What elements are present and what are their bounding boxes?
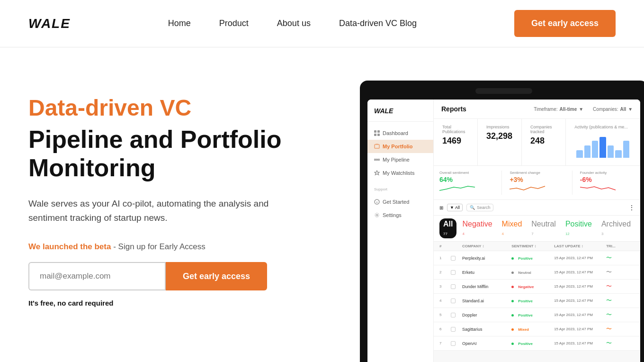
col-num: # [439,244,451,248]
table-row[interactable]: 5 Doppler Positive 15 Apr 2023, 12:47 PM… [434,308,640,322]
email-input[interactable] [28,262,166,290]
trend: 〜 [606,254,635,262]
trend: 〜 [606,282,635,290]
sentiment-overall: Overall sentiment 64% [439,171,502,195]
search-icon: 🔍 [470,205,475,210]
table-row[interactable]: 6 Sagittarius Mixed 15 Apr 2023, 12:47 P… [434,322,640,336]
table-column-headers: # COMPANY ↕ SENTIMENT ↕ LAST UPDATE ↕ TR… [434,242,640,251]
nav-home[interactable]: Home [168,18,191,28]
table-row[interactable]: 1 Perplexity.ai Positive 15 Apr 2023, 12… [434,251,640,265]
filter-companies[interactable]: Companies: All ▼ [593,107,633,112]
sidebar-label-dashboard: Dashboard [383,130,408,136]
search-box[interactable]: 🔍 Search [466,204,494,211]
tab-archived[interactable]: Archived 3 [598,218,635,238]
nav-blog[interactable]: Data-driven VC Blog [339,18,417,28]
mockup-stats: Total Publications 1469 Impressions 32,2… [434,119,640,166]
stat-value-companies: 248 [530,136,557,146]
row-check[interactable] [451,284,456,289]
row-check[interactable] [451,256,456,261]
last-update: 15 Apr 2023, 12:47 PM [554,327,606,331]
sentiment-founder: Founder activity -6% [580,171,635,195]
sentiment-change-label: Sentiment change [510,171,564,175]
sidebar-item-pipeline[interactable]: My Pipeline [367,153,433,166]
stat-total-publications: Total Publications 1469 [434,119,478,165]
company-name: Erketu [462,270,511,275]
tab-negative[interactable]: Negative 4 [458,218,496,238]
sidebar-item-get-started[interactable]: Get Started [367,195,433,208]
navbar: WALE Home Product About us Data-driven V… [0,0,644,47]
sentiment-row: Overall sentiment 64% Sentiment change +… [434,166,640,200]
companies-chevron-icon: ▼ [628,107,633,112]
sentiment-badge: Positive [511,341,554,346]
sentiment-badge: Mixed [511,327,554,332]
company-name: Perplexity.ai [462,256,511,261]
col-trend: TRI... [606,244,635,248]
svg-point-5 [375,159,376,161]
mockup-sidebar: WALE Dashboard My Portfolio My Pipeline [367,100,434,362]
email-form: Get early access [28,262,341,290]
tab-all[interactable]: All 77 [439,218,456,238]
sidebar-label-get-started: Get Started [383,199,409,205]
search-placeholder: Search [477,205,491,210]
bar-7 [623,141,629,158]
col-check [451,244,462,248]
row-check[interactable] [451,327,456,332]
hero-title: Pipeline and PortfolioMonitoring [28,126,341,182]
table-row[interactable]: 3 Dunder Mifflin Negative 15 Apr 2023, 1… [434,280,640,294]
navbar-cta-button[interactable]: Get early access [514,10,616,37]
tab-neutral[interactable]: Neutral 7 [528,218,560,238]
beta-rest-text: - Sign up for Early Access [111,242,205,251]
company-name: OpenAI [462,341,511,346]
tab-positive[interactable]: Positive 12 [562,218,596,238]
sentiment-sparkline-founder [580,183,618,193]
stat-value-impressions: 32,298 [486,131,513,141]
table-row[interactable]: 4 Standard.ai Positive 15 Apr 2023, 12:4… [434,294,640,308]
stat-value-publications: 1469 [442,136,469,146]
table-row[interactable]: 7 OpenAI Positive 15 Apr 2023, 12:47 PM … [434,336,640,351]
early-access-button[interactable]: Get early access [166,262,267,290]
hero-section: Data-driven VC Pipeline and PortfolioMon… [0,47,644,362]
nav-product[interactable]: Product [219,18,249,28]
sidebar-item-watchlists[interactable]: My Watchlists [367,166,433,180]
filter-timeframe[interactable]: Timeframe: All-time ▼ [534,107,583,112]
sentiment-sparkline-change [510,183,547,193]
svg-rect-3 [377,134,380,136]
row-check[interactable] [451,341,456,346]
sidebar-item-dashboard[interactable]: Dashboard [367,127,433,140]
sentiment-badge: Positive [511,299,554,303]
row-check[interactable] [451,270,456,275]
svg-rect-1 [377,130,380,133]
sentiment-sparkline-overall [439,183,477,193]
sentiment-change-value: +3% [510,176,564,183]
sentiment-badge: Positive [511,313,554,317]
filter-options-icon: ⋮ [629,204,635,211]
stat-label-companies: Companies tracked [530,125,557,134]
row-check[interactable] [451,299,456,303]
sidebar-item-settings[interactable]: Settings [367,208,433,222]
stat-label-publications: Total Publications [442,125,469,134]
bar-6 [615,150,621,158]
company-name: Dunder Mifflin [462,284,511,289]
mockup-header: Reports Timeframe: All-time ▼ Companies:… [434,100,640,119]
companies-value: All [620,107,626,112]
mockup-main: Reports Timeframe: All-time ▼ Companies:… [434,100,640,362]
trend: 〜 [606,311,635,319]
sidebar-label-settings: Settings [383,212,402,218]
stat-activity: Activity (publications & me... [566,119,640,165]
sidebar-item-portfolio[interactable]: My Portfolio [367,140,433,153]
svg-rect-0 [374,130,376,133]
table-grid-icon: ⊞ [439,205,443,210]
trend: 〜 [606,297,635,305]
mockup-notch [475,88,532,94]
logo: WALE [28,16,71,31]
last-update: 15 Apr 2023, 12:47 PM [554,313,606,317]
table-row[interactable]: 2 Erketu Neutral 15 Apr 2023, 12:47 PM 〜 [434,265,640,280]
sentiment-overall-label: Overall sentiment [439,171,494,175]
tab-mixed[interactable]: Mixed 4 [498,218,526,238]
row-check[interactable] [451,313,456,317]
nav-about[interactable]: About us [277,18,311,28]
svg-point-9 [376,214,378,216]
company-name: Doppler [462,313,511,317]
hero-left: Data-driven VC Pipeline and PortfolioMon… [28,76,341,307]
svg-rect-4 [375,145,379,148]
